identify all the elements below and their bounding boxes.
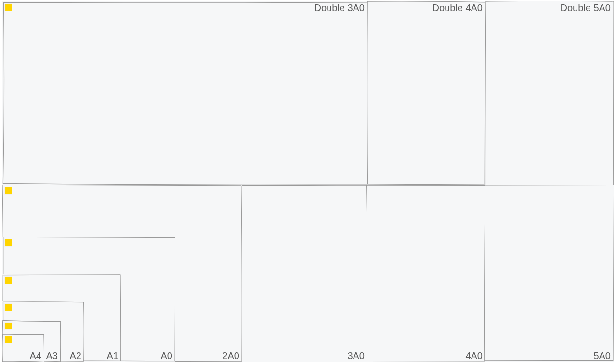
sheet-label: Double 4A0 [432, 2, 483, 13]
sheet-label: A2 [70, 351, 81, 362]
token-icon [5, 187, 12, 194]
token-icon [5, 304, 12, 311]
sheet-a4[interactable]: A4 [2, 334, 44, 362]
sheet-label: 3A0 [347, 351, 365, 362]
token-icon [5, 277, 12, 284]
sheet-label: A3 [46, 351, 58, 362]
token-icon [5, 336, 12, 343]
token-icon [5, 4, 12, 11]
sheet-label: 5A0 [593, 351, 611, 362]
sheet-label: A4 [30, 351, 41, 362]
token-icon [5, 239, 12, 246]
sheet-label: A1 [107, 351, 118, 362]
token-icon [5, 323, 12, 329]
sheet-label: Double 5A0 [560, 2, 611, 13]
sheet-label: A0 [161, 351, 172, 362]
sheet-double-4a0[interactable]: Double 4A0 [367, 1, 485, 185]
paper-size-diagram: Double 3A0Double 4A0Double 5A05A04A03A02… [0, 0, 616, 364]
sheet-label: 4A0 [465, 351, 483, 362]
sheet-label: Double 3A0 [314, 2, 365, 13]
sheet-label: 2A0 [222, 351, 239, 362]
sheet-double-3a0[interactable]: Double 3A0 [2, 1, 367, 185]
